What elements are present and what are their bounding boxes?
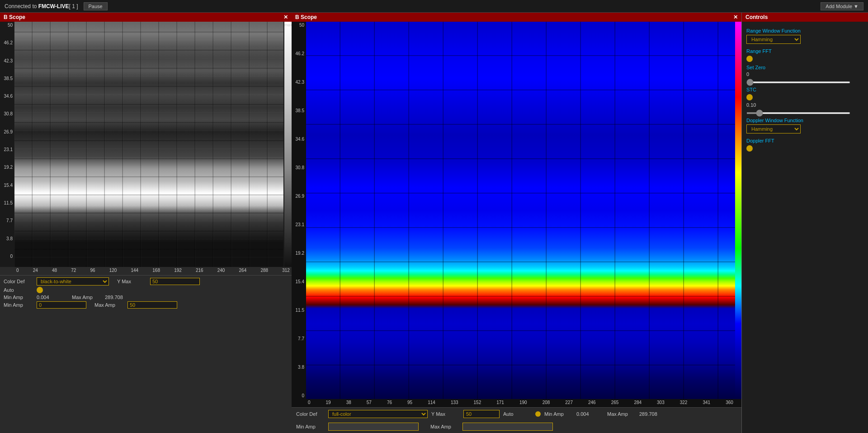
color-def-label-main: Color Def <box>296 411 326 417</box>
left-area: B Scope ✕ 50 46.2 42.3 38.5 34.6 30.8 26… <box>0 13 292 433</box>
main-colorbar <box>735 22 741 399</box>
controls-title: Controls <box>745 14 768 20</box>
range-window-label: Range Window Function <box>746 28 863 33</box>
pause-button[interactable]: Pause <box>84 2 108 10</box>
set-zero-slider-container <box>746 79 863 84</box>
bscope-top-x-axis: 0 24 48 72 96 120 144 168 192 216 240 26… <box>0 267 292 275</box>
min-amp-value-main: 0.004 <box>576 411 604 417</box>
min-amp-input-top[interactable] <box>37 301 86 309</box>
main-content: B Scope ✕ 50 46.2 42.3 38.5 34.6 30.8 26… <box>292 13 741 433</box>
main-layout: B Scope ✕ 50 46.2 42.3 38.5 34.6 30.8 26… <box>0 13 868 433</box>
bscope-main-panel: B Scope ✕ 50 46.2 42.3 38.5 34.6 30.8 26… <box>292 13 741 407</box>
controls-sidebar: Controls Range Window Function Hamming H… <box>741 13 868 433</box>
max-amp-value-main: 289.708 <box>639 411 666 417</box>
set-zero-value: 0 <box>746 71 863 77</box>
stc-label: STC <box>746 87 863 92</box>
min-amp-input-main[interactable] <box>328 423 419 431</box>
color-def-select[interactable]: black-to-white <box>37 277 109 285</box>
bscope-top-close[interactable]: ✕ <box>283 14 288 20</box>
color-waterfall <box>306 22 735 399</box>
y-max-label-main: Y Max <box>431 411 461 417</box>
max-amp-input-top[interactable] <box>127 301 177 309</box>
bscope-main-chart <box>306 22 735 399</box>
range-window-select[interactable]: Hamming Hanning None <box>746 35 801 44</box>
min-amp-input-label-top: Min Amp <box>4 302 33 308</box>
bscope-main-close[interactable]: ✕ <box>733 14 738 20</box>
max-amp-label-main: Max Amp <box>607 411 637 417</box>
bscope-top-controls: Color Def black-to-white Y Max Auto Min … <box>0 275 292 312</box>
set-zero-slider[interactable] <box>746 81 850 83</box>
auto-label-main: Auto <box>503 411 533 417</box>
set-zero-label: Set Zero <box>746 65 863 70</box>
max-amp-value-top: 289.708 <box>105 295 132 300</box>
max-amp-pair-main: Max Amp 289.708 <box>607 411 666 417</box>
bscope-main-y-axis: 50 46.2 42.3 38.5 34.6 30.8 26.9 23.1 19… <box>292 22 306 407</box>
top-bar-left: Connected to FMCW-LIVE[ 1 ] Pause <box>5 2 108 10</box>
min-amp-label2-main: Min Amp <box>296 424 326 429</box>
bscope-main-canvas-area: 50 46.2 42.3 38.5 34.6 30.8 26.9 23.1 19… <box>292 22 741 407</box>
min-amp-label-main: Min Amp <box>544 411 574 417</box>
stc-value: 0.10 <box>746 102 863 108</box>
min-amp-value-top: 0.004 <box>37 295 64 300</box>
range-window-dropdown-row: Hamming Hanning None <box>746 35 863 44</box>
amp-input-row-main: Min Amp Max Amp <box>296 423 737 431</box>
min-amp-row-top: Min Amp 0.004 Max Amp 289.708 <box>4 295 288 300</box>
auto-indicator-top[interactable] <box>37 287 43 293</box>
range-fft-row <box>746 56 863 62</box>
doppler-fft-label: Doppler FFT <box>746 138 863 143</box>
color-def-row: Color Def black-to-white Y Max <box>4 277 288 285</box>
grayscale-waterfall <box>14 22 283 267</box>
center-right: B Scope ✕ 50 46.2 42.3 38.5 34.6 30.8 26… <box>292 13 868 433</box>
bscope-top-panel: B Scope ✕ 50 46.2 42.3 38.5 34.6 30.8 26… <box>0 13 292 275</box>
bscope-top-header: B Scope ✕ <box>0 13 292 22</box>
min-amp-pair-main: Min Amp 0.004 <box>544 411 604 417</box>
color-def-pair-main: Color Def full-color <box>296 410 428 418</box>
doppler-window-select[interactable]: Hamming Hanning None <box>746 124 801 133</box>
range-fft-checkbox[interactable] <box>746 56 753 62</box>
bscope-top-canvas: 50 46.2 42.3 38.5 34.6 30.8 26.9 23.1 19… <box>0 22 292 267</box>
max-amp-label-top: Max Amp <box>72 295 101 300</box>
stc-slider-container <box>746 109 863 115</box>
controls-header: Controls <box>742 13 868 22</box>
max-amp-input-label-top: Max Amp <box>94 302 124 308</box>
doppler-fft-checkbox[interactable] <box>746 145 753 152</box>
y-max-input-main[interactable] <box>463 410 500 418</box>
y-max-pair-main: Y Max <box>431 410 500 418</box>
bscope-main-x-axis: 0 19 38 57 76 95 114 133 152 171 190 208 <box>306 399 735 407</box>
auto-row-top: Auto <box>4 287 288 293</box>
auto-pair-main: Auto <box>503 411 541 417</box>
min-amp-label-top: Min Amp <box>4 295 33 300</box>
bscope-top-chart <box>14 22 283 267</box>
stc-checkbox-row <box>746 94 863 100</box>
controls-body: Range Window Function Hamming Hanning No… <box>742 22 868 433</box>
bscope-top-title: B Scope <box>4 14 25 20</box>
top-colorbar: max <box>284 22 292 267</box>
y-max-label-top: Y Max <box>117 279 146 284</box>
doppler-window-dropdown-row: Hamming Hanning None <box>746 124 863 133</box>
connection-label: Connected to FMCW-LIVE[ 1 ] <box>5 3 78 10</box>
bscope-main-title: B Scope <box>295 14 317 20</box>
y-max-input-top[interactable] <box>150 278 200 285</box>
amp-input-row-top: Min Amp Max Amp <box>4 301 288 309</box>
range-fft-label: Range FFT <box>746 48 863 54</box>
doppler-fft-row <box>746 145 863 152</box>
color-def-label: Color Def <box>4 279 33 284</box>
top-bar: Connected to FMCW-LIVE[ 1 ] Pause Add Mo… <box>0 0 868 13</box>
bscope-main-controls: Color Def full-color Y Max Auto Min Amp … <box>292 407 741 433</box>
color-def-select-main[interactable]: full-color <box>328 410 428 418</box>
auto-label-top: Auto <box>4 287 33 293</box>
bscope-top-y-axis: 50 46.2 42.3 38.5 34.6 30.8 26.9 23.1 19… <box>0 22 14 267</box>
doppler-window-label: Doppler Window Function <box>746 118 863 123</box>
stc-slider[interactable] <box>746 112 850 114</box>
bscope-main-chart-col: 0 19 38 57 76 95 114 133 152 171 190 208 <box>306 22 735 407</box>
device-num: [ 1 ] <box>69 3 78 10</box>
max-amp-input-main[interactable] <box>462 423 553 431</box>
add-module-button[interactable]: Add Module ▼ <box>821 2 863 10</box>
device-name: FMCW-LIVE <box>38 3 69 10</box>
max-amp-label2-main: Max Amp <box>430 424 460 429</box>
stc-checkbox[interactable] <box>746 94 753 100</box>
bscope-main-header: B Scope ✕ <box>292 13 741 22</box>
auto-indicator-main[interactable] <box>535 411 541 417</box>
